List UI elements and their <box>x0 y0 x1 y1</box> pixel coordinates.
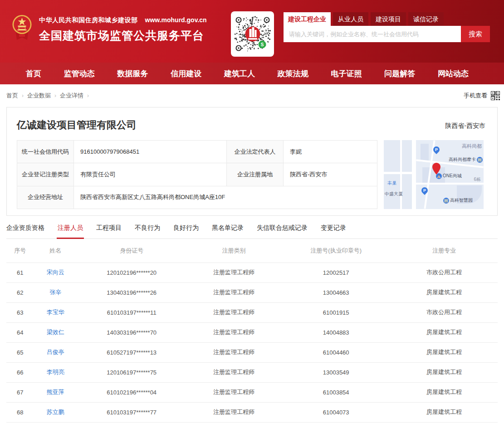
cell-index: 67 <box>6 382 34 402</box>
breadcrumb-separator: › <box>87 92 89 99</box>
cell-reg-category: 注册监理工程师 <box>186 302 281 322</box>
person-name-link[interactable]: 宋向云 <box>34 263 77 282</box>
detail-tab[interactable]: 不良行为 <box>135 224 160 238</box>
detail-tab[interactable]: 失信联合惩戒记录 <box>257 224 308 238</box>
cell-reg-major: 房屋建筑工程 <box>391 382 498 402</box>
table-row: 66 李明亮 120106197******75 注册监理工程师 1300354… <box>6 362 498 382</box>
ministry-name: 中华人民共和国住房和城乡建设部 <box>39 16 138 24</box>
person-name-link[interactable]: 梁效仁 <box>34 322 77 342</box>
main-nav: 首页监管动态数据服务信用建设建筑工人政策法规电子证照问题解答网站动态 <box>0 63 504 84</box>
search-tab[interactable]: 建设项目 <box>371 12 406 26</box>
cell-id-number: 610103197******77 <box>77 402 186 422</box>
cell-reg-category: 注册监理工程师 <box>186 402 281 422</box>
cell-index: 64 <box>6 322 34 342</box>
nav-item[interactable]: 首页 <box>26 68 41 79</box>
detail-tab[interactable]: 企业资质资格 <box>6 224 44 238</box>
search-button[interactable]: 搜索 <box>461 26 490 42</box>
company-card: 亿诚建设项目管理有限公司 陕西省-西安市 统一社会信用代码 9161000079… <box>6 107 498 216</box>
cell-reg-number: 13003549 <box>281 362 390 382</box>
cell-reg-category: 注册监理工程师 <box>186 263 281 282</box>
detail-tabs: 企业资质资格注册人员工程项目不良行为良好行为黑名单记录失信联合惩戒记录变更记录 <box>6 224 498 239</box>
detail-tab[interactable]: 黑名单记录 <box>212 224 244 238</box>
search-tab[interactable]: 诚信记录 <box>408 12 444 26</box>
field-label: 企业注册属地 <box>227 163 284 186</box>
nav-item[interactable]: 建筑工人 <box>224 68 255 79</box>
person-name-link[interactable]: 熊亚萍 <box>34 382 77 402</box>
cell-reg-number: 61001915 <box>281 302 390 322</box>
search-input[interactable] <box>284 26 461 42</box>
detail-tab[interactable]: 变更记录 <box>321 224 346 238</box>
breadcrumb-item[interactable]: 企业详情 <box>60 92 83 99</box>
cell-reg-major: 房屋建筑工程 <box>391 322 498 342</box>
search-tabs: 建设工程企业从业人员建设项目诚信记录 <box>284 12 490 26</box>
cell-reg-major: 市政公用工程 <box>391 302 498 322</box>
cell-id-number: 120102196******20 <box>77 263 186 282</box>
table-row: 64 梁效仁 140303196******70 注册监理工程师 1400488… <box>6 322 498 342</box>
detail-tab[interactable]: 注册人员 <box>58 224 83 238</box>
person-name-link[interactable]: 张辛 <box>34 282 77 302</box>
table-row: 63 李宝华 610103197******11 注册监理工程师 6100191… <box>6 302 498 322</box>
nav-item[interactable]: 政策法规 <box>278 68 308 79</box>
cell-reg-category: 注册监理工程师 <box>186 362 281 382</box>
person-name-link[interactable]: 苏立鹏 <box>34 402 77 422</box>
person-name-link[interactable]: 吕俊亭 <box>34 342 77 362</box>
person-name-link[interactable]: 李明亮 <box>34 362 77 382</box>
table-row: 61 宋向云 120102196******20 注册监理工程师 1200251… <box>6 263 498 282</box>
site-header: 中华人民共和国住房和城乡建设部www.mohurd.gov.cn 全国建筑市场监… <box>0 0 504 63</box>
cell-id-number: 140303196******70 <box>77 322 186 342</box>
search-tab[interactable]: 建设工程企业 <box>284 12 331 26</box>
column-header: 姓名 <box>34 239 77 263</box>
cell-id-number: 130403196******26 <box>77 282 186 302</box>
cell-reg-category: 注册监理工程师 <box>186 382 281 402</box>
person-table: 序号姓名身份证号注册类别注册号(执业印章号)注册专业 61 宋向云 120102… <box>6 239 498 423</box>
cell-index: 65 <box>6 342 34 362</box>
nav-item[interactable]: 信用建设 <box>171 68 201 79</box>
nav-item[interactable]: 数据服务 <box>117 68 148 79</box>
cell-reg-number: 12002517 <box>281 263 390 282</box>
cell-reg-category: 注册监理工程师 <box>186 282 281 302</box>
cell-reg-major: 房屋建筑工程 <box>391 342 498 362</box>
cell-index: 62 <box>6 282 34 302</box>
nav-item[interactable]: 网站动态 <box>438 68 469 79</box>
svg-text:S: S <box>260 42 264 47</box>
person-name-link[interactable]: 李宝华 <box>34 302 77 322</box>
ministry-line: 中华人民共和国住房和城乡建设部www.mohurd.gov.cn <box>39 16 207 24</box>
column-header: 身份证号 <box>77 239 186 263</box>
cell-index: 63 <box>6 302 34 322</box>
breadcrumb-item[interactable]: 企业数据 <box>27 92 51 99</box>
nav-item[interactable]: 问题解答 <box>384 68 415 79</box>
site-url: www.mohurd.gov.cn <box>145 16 207 24</box>
breadcrumb-item[interactable]: 首页 <box>6 92 18 99</box>
cell-index: 61 <box>6 263 34 282</box>
cell-id-number: 610102196******04 <box>77 382 186 402</box>
nav-item[interactable]: 电子证照 <box>331 68 362 79</box>
cell-id-number: 120106197******75 <box>77 362 186 382</box>
column-header: 序号 <box>6 239 34 263</box>
company-name: 亿诚建设项目管理有限公司 <box>17 118 488 132</box>
field-label: 企业法定代表人 <box>227 141 284 163</box>
nav-item[interactable]: 监管动态 <box>64 68 95 79</box>
cell-reg-number: 61004460 <box>281 342 390 362</box>
table-row: 68 苏立鹏 610103197******77 注册监理工程师 6100407… <box>6 402 498 422</box>
cell-reg-major: 市政公用工程 <box>391 263 498 282</box>
field-label: 统一社会信用代码 <box>17 141 74 163</box>
cell-reg-major: 房屋建筑工程 <box>391 282 498 302</box>
cell-reg-number: 61003854 <box>281 382 390 402</box>
detail-tab[interactable]: 工程项目 <box>96 224 122 238</box>
company-map[interactable]: 丰巢 中盛大厦 高科尚都 高科尚都摩卡🏢 ⛪ONE尚城 6栋 🏢高科智慧园 P … <box>384 140 484 209</box>
map-pin-icon <box>432 163 440 175</box>
field-value: 陕西省西安市高新区丈八五路高科尚都ONE尚城A座10F <box>74 186 377 209</box>
field-label: 企业登记注册类型 <box>17 163 74 186</box>
column-header: 注册专业 <box>391 239 498 263</box>
cell-reg-category: 注册监理工程师 <box>186 322 281 342</box>
search-tab[interactable]: 从业人员 <box>333 12 368 26</box>
cell-reg-number: 61004073 <box>281 402 390 422</box>
field-value: 陕西省-西安市 <box>284 163 377 186</box>
table-row: 62 张辛 130403196******26 注册监理工程师 13004663… <box>6 282 498 302</box>
detail-tab[interactable]: 良好行为 <box>173 224 199 238</box>
national-emblem-icon <box>12 15 32 42</box>
cell-reg-major: 房屋建筑工程 <box>391 362 498 382</box>
field-label: 企业经营地址 <box>17 186 74 209</box>
mobile-view[interactable]: 手机查看 <box>464 91 500 100</box>
table-row: 65 吕俊亭 610527197******13 注册监理工程师 6100446… <box>6 342 498 362</box>
